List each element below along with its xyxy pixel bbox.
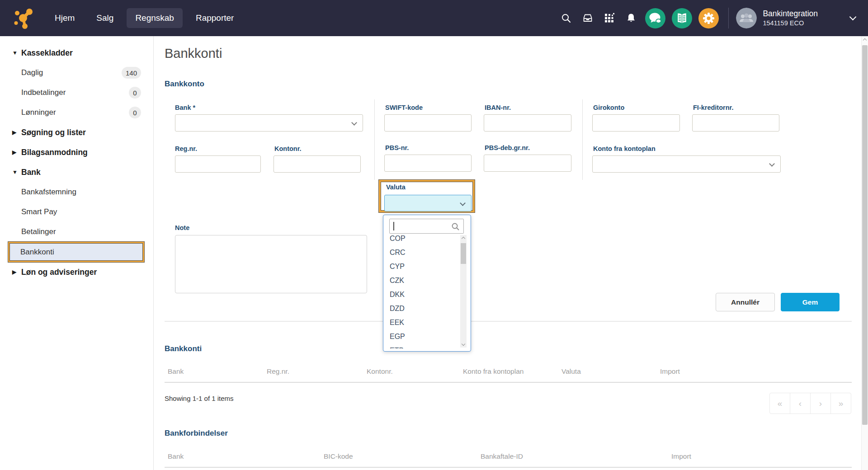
search-icon[interactable] [560, 12, 572, 24]
page-scrollbar[interactable] [861, 36, 868, 470]
sidebar-section-bank[interactable]: ▼Bank [0, 162, 153, 182]
fi-kreditornr-input[interactable] [692, 114, 779, 132]
apps-grid-icon[interactable] [604, 12, 615, 24]
account-number: 1541159 ECO [763, 19, 818, 27]
notifications-bell-icon[interactable] [625, 12, 637, 24]
scroll-down-icon[interactable] [462, 342, 465, 346]
main-content: Bankkonti Bankkonto Bank * SWIFT-kode IB… [154, 36, 868, 470]
dropdown-scrollbar[interactable] [460, 235, 467, 348]
chevron-down-icon [460, 200, 466, 206]
page-scrollbar-thumb[interactable] [862, 45, 868, 425]
chat-support-icon[interactable] [645, 8, 665, 28]
pbs-deb-gr-nr-input[interactable] [484, 155, 571, 172]
note-label: Note [175, 224, 189, 231]
dropdown-scrollbar-thumb[interactable] [461, 243, 466, 264]
regnr-label: Reg.nr. [175, 145, 197, 152]
valuta-search-input[interactable] [389, 219, 464, 234]
regnr-input[interactable] [175, 155, 261, 173]
col-header-bank: Bank [168, 452, 184, 461]
sidebar-item-smart-pay[interactable]: Smart Pay [0, 202, 153, 222]
caret-right-icon: ▶ [12, 269, 21, 275]
account-name: Bankintegration [763, 9, 818, 19]
sidebar-section-lon-og-adviseringer[interactable]: ▶Løn og adviseringer [0, 262, 153, 282]
sidebar-item-bankafstemning[interactable]: Bankafstemning [0, 182, 153, 202]
col-header-bankaftale-id: Bankaftale-ID [481, 452, 523, 461]
valuta-combobox[interactable] [384, 195, 472, 212]
sidebar-item-daglig[interactable]: Daglig140 [0, 63, 153, 83]
save-button[interactable]: Gem [781, 293, 840, 311]
scroll-up-icon[interactable] [863, 38, 867, 42]
sidebar-item-indbetalinger[interactable]: Indbetalinger0 [0, 83, 153, 103]
settings-gear-icon[interactable] [698, 8, 719, 28]
bank-select[interactable] [175, 114, 363, 132]
badge-daglig: 140 [122, 67, 141, 79]
prev-page-button[interactable]: ‹ [790, 393, 811, 414]
pbs-deb-gr-nr-label: PBS-deb.gr.nr. [485, 144, 530, 151]
account-avatar[interactable] [736, 8, 757, 28]
currency-option[interactable]: COP [384, 235, 470, 245]
nav-regnskab[interactable]: Regnskab [127, 8, 183, 28]
inbox-tray-icon[interactable] [582, 12, 594, 24]
col-header-valuta: Valuta [561, 367, 581, 376]
search-icon [451, 222, 460, 231]
form-section-title: Bankkonto [165, 80, 204, 89]
account-chevron-down-icon[interactable] [849, 13, 857, 20]
sidebar-item-lonninger[interactable]: Lønninger0 [0, 103, 153, 122]
app-window: Hjem Salg Regnskab Rapporter [0, 0, 868, 470]
text-cursor [393, 222, 394, 230]
help-book-icon[interactable] [672, 8, 692, 28]
konto-fra-kontoplan-select[interactable] [592, 155, 781, 173]
double-chevron-left-icon: « [778, 399, 783, 409]
logo-icon [11, 6, 34, 30]
sidebar-section-bilagsanmodning[interactable]: ▶Bilagsanmodning [0, 142, 153, 162]
girokonto-input[interactable] [592, 114, 680, 132]
chevron-right-icon: › [819, 399, 822, 409]
sidebar-section-kassekladder[interactable]: ▼Kassekladder [0, 43, 153, 63]
currency-option[interactable]: DKK [384, 287, 470, 301]
col-header-kontoplan: Konto fra kontoplan [463, 367, 524, 376]
pbs-nr-input[interactable] [384, 155, 472, 172]
bank-label: Bank * [175, 104, 195, 111]
next-page-button[interactable]: › [810, 393, 831, 414]
first-page-button[interactable]: « [769, 393, 790, 414]
kontonr-label: Kontonr. [274, 145, 302, 152]
pbs-nr-label: PBS-nr. [385, 144, 409, 151]
swift-input[interactable] [384, 114, 472, 132]
currency-option[interactable]: ETB [384, 343, 470, 348]
col-header-import: Import [660, 367, 680, 376]
double-chevron-right-icon: » [839, 399, 844, 409]
currency-option[interactable]: EEK [384, 315, 470, 329]
currency-option[interactable]: DZD [384, 301, 470, 315]
kontonr-input[interactable] [274, 155, 361, 173]
chevron-down-icon [351, 120, 357, 126]
account-info[interactable]: Bankintegration 1541159 ECO [763, 9, 818, 27]
main-menu: Hjem Salg Regnskab Rapporter [46, 8, 242, 28]
sidebar-item-betalinger[interactable]: Betalinger [0, 222, 153, 242]
currency-option[interactable]: CYP [384, 259, 470, 273]
form-column-divider [374, 99, 375, 180]
nav-rapporter[interactable]: Rapporter [187, 8, 243, 28]
chevron-down-icon [769, 161, 775, 167]
iban-input[interactable] [484, 114, 571, 132]
scroll-up-icon[interactable] [462, 237, 465, 240]
sidebar-item-bankkonti[interactable]: Bankkonti [8, 242, 144, 262]
swift-label: SWIFT-kode [385, 104, 423, 111]
cancel-button[interactable]: Annullér [716, 293, 775, 311]
konto-fra-kontoplan-label: Konto fra kontoplan [593, 145, 656, 152]
badge-lonninger: 0 [129, 107, 141, 118]
caret-right-icon: ▶ [12, 149, 21, 155]
note-textarea[interactable] [175, 235, 367, 293]
fi-kreditornr-label: FI-kreditornr. [693, 104, 733, 111]
sidebar: ▼Kassekladder Daglig140 Indbetalinger0 L… [0, 36, 154, 470]
nav-salg[interactable]: Salg [88, 8, 122, 28]
economic-logo[interactable] [11, 6, 34, 30]
currency-option[interactable]: CZK [384, 273, 470, 287]
accounts-table-title: Bankkonti [165, 344, 202, 353]
currency-option[interactable]: CRC [384, 245, 470, 259]
currency-option[interactable]: EGP [384, 329, 470, 343]
nav-hjem[interactable]: Hjem [46, 8, 83, 28]
col-header-kontonr: Kontonr. [367, 367, 393, 376]
sidebar-section-sogning-og-lister[interactable]: ▶Søgning og lister [0, 122, 153, 142]
col-header-bic-kode: BIC-kode [324, 452, 353, 461]
last-page-button[interactable]: » [830, 393, 851, 414]
